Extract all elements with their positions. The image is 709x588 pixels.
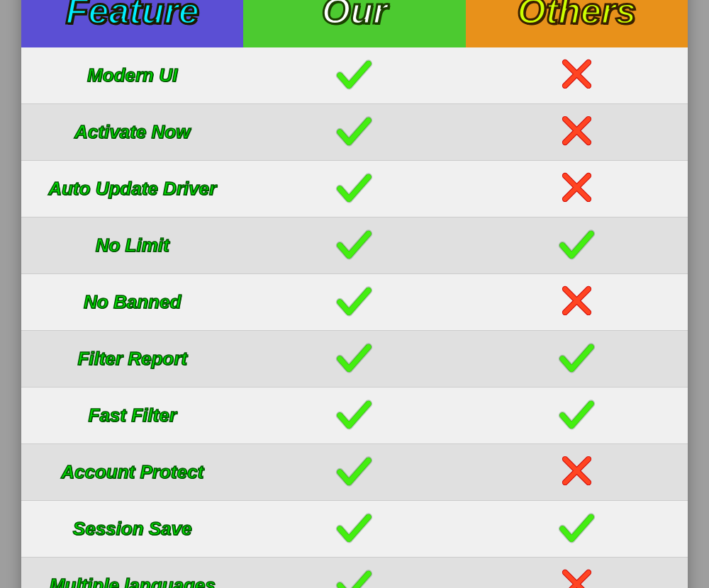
feature-label: Session Save — [73, 518, 192, 540]
feature-label: Account Protect — [61, 461, 203, 483]
table-row: Modern UI — [21, 47, 688, 104]
table-row: No Banned — [21, 274, 688, 331]
our-cell — [243, 558, 465, 588]
feature-label: Filter Report — [77, 348, 187, 370]
feature-cell: No Limit — [21, 217, 243, 274]
feature-cell: Filter Report — [21, 331, 243, 388]
our-cell — [243, 331, 465, 388]
check-icon — [335, 111, 374, 153]
feature-cell: Multiple languages — [21, 558, 243, 588]
check-icon — [335, 395, 374, 436]
header-our-label: Our — [322, 0, 387, 31]
cross-icon — [557, 111, 596, 153]
our-cell — [243, 104, 465, 161]
header-our: Our — [243, 0, 465, 47]
table-row: Filter Report — [21, 331, 688, 388]
feature-cell: Activate Now — [21, 104, 243, 161]
header-feature-label: Feature — [66, 0, 199, 31]
feature-cell: No Banned — [21, 274, 243, 331]
others-cell — [466, 501, 688, 558]
feature-cell: Fast Filter — [21, 388, 243, 444]
check-icon — [557, 508, 596, 550]
check-icon — [335, 168, 374, 210]
others-cell — [466, 104, 688, 161]
header-others: Others — [466, 0, 688, 47]
table-row: No Limit — [21, 217, 688, 274]
others-cell — [466, 47, 688, 104]
check-icon — [335, 338, 374, 380]
feature-label: No Banned — [84, 291, 181, 313]
our-cell — [243, 444, 465, 501]
check-icon — [335, 508, 374, 550]
header-others-label: Others — [518, 0, 637, 31]
others-cell — [466, 217, 688, 274]
feature-label: Modern UI — [87, 64, 177, 86]
table-row: Fast Filter — [21, 388, 688, 444]
our-cell — [243, 274, 465, 331]
feature-label: Multiple languages — [50, 575, 216, 588]
our-cell — [243, 161, 465, 217]
table-header: Feature Our Others — [21, 0, 688, 47]
cross-icon — [557, 281, 596, 323]
check-icon — [335, 225, 374, 266]
cross-icon — [557, 451, 596, 493]
feature-label: No Limit — [96, 234, 169, 256]
others-cell — [466, 388, 688, 444]
table-body: Modern UI Activate Now — [21, 47, 688, 588]
feature-cell: Modern UI — [21, 47, 243, 104]
check-icon — [335, 281, 374, 323]
check-icon — [335, 451, 374, 493]
table-row: Account Protect — [21, 444, 688, 501]
our-cell — [243, 47, 465, 104]
cross-icon — [557, 55, 596, 96]
table-row: Multiple languages — [21, 558, 688, 588]
others-cell — [466, 558, 688, 588]
feature-cell: Session Save — [21, 501, 243, 558]
comparison-table: Feature Our Others Modern UI Activate No… — [21, 0, 688, 588]
feature-cell: Auto Update Driver — [21, 161, 243, 217]
header-feature: Feature — [21, 0, 243, 47]
others-cell — [466, 444, 688, 501]
table-row: Activate Now — [21, 104, 688, 161]
table-row: Auto Update Driver — [21, 161, 688, 217]
check-icon — [557, 395, 596, 436]
check-icon — [557, 338, 596, 380]
our-cell — [243, 501, 465, 558]
feature-label: Auto Update Driver — [48, 178, 216, 200]
table-row: Session Save — [21, 501, 688, 558]
cross-icon — [557, 168, 596, 210]
check-icon — [335, 55, 374, 96]
feature-cell: Account Protect — [21, 444, 243, 501]
others-cell — [466, 331, 688, 388]
check-icon — [557, 225, 596, 266]
others-cell — [466, 161, 688, 217]
feature-label: Fast Filter — [89, 405, 177, 426]
our-cell — [243, 217, 465, 274]
cross-icon — [557, 565, 596, 588]
check-icon — [335, 565, 374, 588]
our-cell — [243, 388, 465, 444]
others-cell — [466, 274, 688, 331]
feature-label: Activate Now — [74, 121, 190, 143]
